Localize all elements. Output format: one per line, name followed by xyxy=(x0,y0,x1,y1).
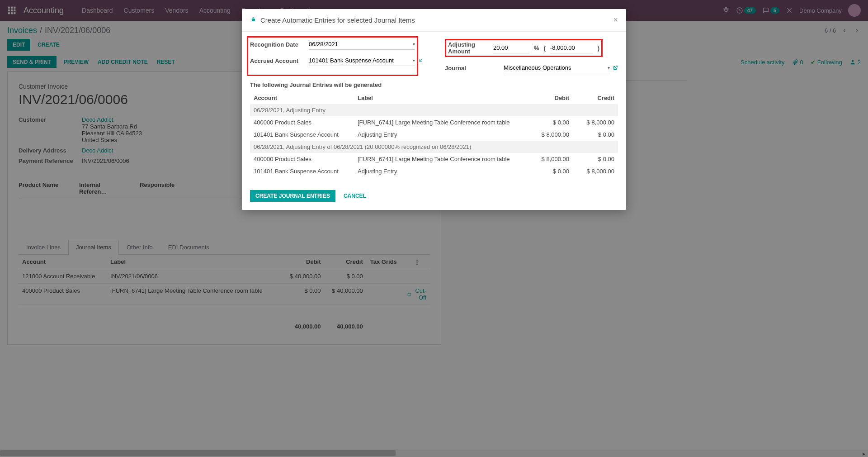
entry-row: 400000 Product Sales[FURN_6741] Large Me… xyxy=(250,153,618,165)
entry-cell-credit: $ 0.00 xyxy=(573,129,618,141)
modal-fields: Recognition Date ▾ Accrued Account ▾ xyxy=(250,39,618,73)
accrued-field-wrap: ▾ xyxy=(309,55,415,66)
entry-cell-credit: $ 8,000.00 xyxy=(573,116,618,129)
mth-debit: Debit xyxy=(528,92,573,104)
modal-footer: CREATE JOURNAL ENTRIES CANCEL xyxy=(242,185,626,210)
paren-close: ) xyxy=(598,45,599,52)
entry-cell-debit: $ 8,000.00 xyxy=(528,153,573,165)
entry-cell-account: 400000 Product Sales xyxy=(250,153,354,165)
entry-row: 101401 Bank Suspense AccountAdjusting En… xyxy=(250,165,618,177)
entry-cell-label: Adjusting Entry xyxy=(354,129,528,141)
rec-date-field[interactable]: ▾ xyxy=(309,39,415,50)
gen-heading: The following Journal Entries will be ge… xyxy=(250,81,618,88)
mth-credit: Credit xyxy=(573,92,618,104)
entry-cell-account: 101401 Bank Suspense Account xyxy=(250,129,354,141)
group-title: 06/28/2021, Adjusting Entry of 06/28/202… xyxy=(250,141,618,153)
entry-cell-label: [FURN_6741] Large Meeting Table Conferen… xyxy=(354,153,528,165)
modal-close-button[interactable]: × xyxy=(613,15,618,25)
chevron-down-icon: ▾ xyxy=(413,42,415,47)
mth-label: Label xyxy=(354,92,528,104)
adj-amount-label: Adjusting Amount % ( ) xyxy=(445,39,504,57)
cancel-button[interactable]: CANCEL xyxy=(342,190,368,202)
entry-cell-credit: $ 8,000.00 xyxy=(573,165,618,177)
external-link-icon[interactable] xyxy=(419,58,422,63)
entry-cell-account: 400000 Product Sales xyxy=(250,116,354,129)
generated-entries-table: Account Label Debit Credit 06/28/2021, A… xyxy=(250,92,618,177)
bug-icon xyxy=(250,17,257,24)
adj-pct-input[interactable] xyxy=(493,43,529,53)
accrued-input[interactable] xyxy=(309,55,411,66)
entry-row: 400000 Product Sales[FURN_6741] Large Me… xyxy=(250,116,618,129)
entry-cell-debit: $ 0.00 xyxy=(528,116,573,129)
pct-symbol: % xyxy=(534,45,539,52)
accrued-label: Accrued Account xyxy=(250,57,309,64)
entry-row: 101401 Bank Suspense AccountAdjusting En… xyxy=(250,129,618,141)
rec-date-input[interactable] xyxy=(309,39,411,49)
adj-amt-input[interactable] xyxy=(550,43,593,53)
highlight-box-left: Recognition Date ▾ Accrued Account ▾ xyxy=(247,36,418,76)
chevron-down-icon: ▾ xyxy=(413,58,415,63)
entry-cell-label: Adjusting Entry xyxy=(354,165,528,177)
chevron-down-icon: ▾ xyxy=(608,65,610,70)
highlight-box-right: Adjusting Amount % ( ) xyxy=(445,39,603,57)
journal-field[interactable]: ▾ xyxy=(504,62,610,73)
modal-body: Recognition Date ▾ Accrued Account ▾ xyxy=(242,32,626,185)
entry-cell-credit: $ 0.00 xyxy=(573,153,618,165)
entry-cell-debit: $ 8,000.00 xyxy=(528,129,573,141)
create-journal-entries-button[interactable]: CREATE JOURNAL ENTRIES xyxy=(250,190,335,202)
paren-open: ( xyxy=(544,45,546,52)
group-title: 06/28/2021, Adjusting Entry xyxy=(250,104,618,116)
rec-date-label: Recognition Date xyxy=(250,41,309,48)
entry-cell-account: 101401 Bank Suspense Account xyxy=(250,165,354,177)
entry-cell-label: [FURN_6741] Large Meeting Table Conferen… xyxy=(354,116,528,129)
adj-label-text: Adjusting Amount xyxy=(448,41,475,55)
entry-cell-debit: $ 0.00 xyxy=(528,165,573,177)
mth-account: Account xyxy=(250,92,354,104)
group-row: 06/28/2021, Adjusting Entry xyxy=(250,104,618,116)
group-row: 06/28/2021, Adjusting Entry of 06/28/202… xyxy=(250,141,618,153)
journal-input[interactable] xyxy=(504,62,606,73)
journal-label: Journal xyxy=(445,65,504,71)
accrued-field[interactable]: ▾ xyxy=(309,55,415,66)
modal-header: Create Automatic Entries for selected Jo… xyxy=(242,9,626,32)
modal-title: Create Automatic Entries for selected Jo… xyxy=(260,16,415,24)
external-link-icon[interactable] xyxy=(613,65,618,71)
modal: Create Automatic Entries for selected Jo… xyxy=(242,9,626,210)
